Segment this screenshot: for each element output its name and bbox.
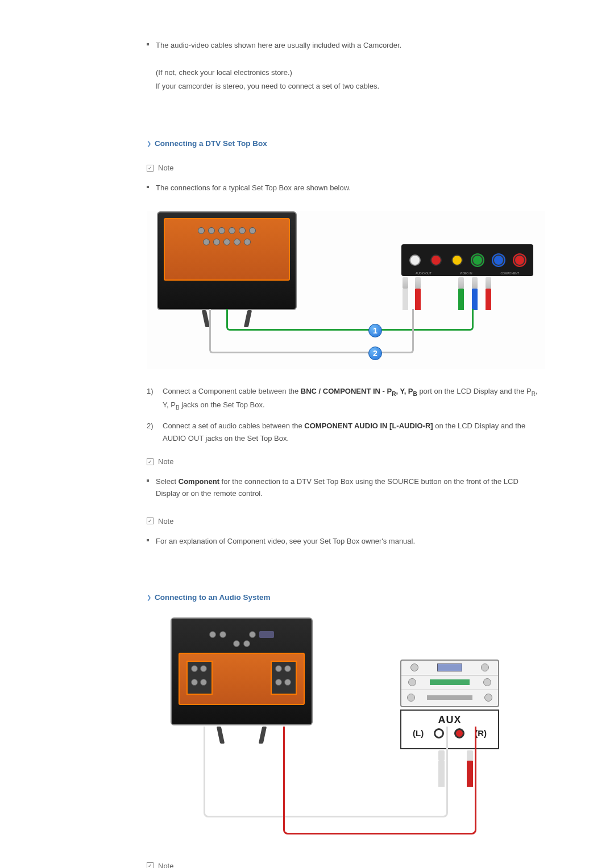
section1-bullet-3: For an explanation of Component video, s… (147, 536, 545, 548)
note-label-2: Note (158, 457, 173, 466)
cable-path-red (283, 727, 476, 834)
cable-green (458, 277, 464, 310)
bullet-icon (147, 479, 149, 482)
settop-back-panel: AUDIO OUT VIDEO IN COMPONENT (401, 244, 533, 276)
section1-bullet-1: The connections for a typical Set Top Bo… (147, 182, 545, 194)
port-row-2 (203, 239, 251, 245)
diagram-badge-2: 2 (368, 347, 382, 360)
step-2-text: Connect a set of audio cables between th… (163, 420, 545, 445)
b2-bold: Component (179, 477, 219, 486)
jack-audio-r (430, 254, 442, 266)
step2-bold: COMPONENT AUDIO IN [L-AUDIO-R] (304, 422, 433, 430)
section-title-audio: Connecting to an Audio System (155, 593, 271, 602)
intro-line-1: (If not, check your local electronics st… (156, 66, 545, 80)
check-icon: ✓ (147, 862, 154, 868)
section1-bullet-2-text: Select Component for the connection to a… (156, 476, 545, 500)
diagram-audio: AUX (L) (R) (147, 617, 545, 845)
step-1: 1) Connect a Component cable between the… (147, 385, 545, 412)
cable-red (415, 277, 421, 310)
step2-pre: Connect a set of audio cables between th… (163, 422, 304, 430)
step1-sub-b: B (413, 391, 417, 397)
step1-post: port on the LCD Display and the P (417, 387, 532, 395)
panel-labels: AUDIO OUT VIDEO IN COMPONENT (401, 272, 533, 275)
diagram-dtv: AUDIO OUT VIDEO IN COMPONENT 1 2 (147, 211, 545, 369)
intro-bullet-item: The audio-video cables shown here are us… (147, 40, 545, 52)
note-label-1: Note (158, 164, 173, 172)
note-row-1: ✓ Note (147, 164, 545, 172)
jack-video (451, 254, 463, 266)
section-title-dtv: Connecting a DTV Set Top Box (155, 139, 267, 148)
tv-port-panel (164, 218, 290, 281)
label-component: COMPONENT (501, 272, 520, 275)
step1-sub-r2: R (532, 391, 536, 397)
cable-white (403, 277, 408, 310)
step-1-text: Connect a Component cable between the BN… (163, 385, 545, 412)
label-video-in: VIDEO IN (460, 272, 472, 275)
step-2-num: 2) (147, 420, 163, 445)
step1-mid: , Y, P (396, 387, 413, 395)
intro-line-2: If your camcorder is stereo, you need to… (156, 80, 545, 94)
b2-pre: Select (156, 477, 179, 486)
cable-red-2 (486, 277, 491, 310)
note-label-3: Note (158, 517, 173, 525)
cable-path-2 (209, 309, 414, 353)
diagram-badge-1: 1 (368, 324, 382, 337)
step1-end: jacks on the Set Top Box. (180, 400, 265, 409)
step1-pre: Connect a Component cable between the (163, 387, 301, 395)
tv-back-illustration (157, 211, 297, 310)
stereo-system-illustration (400, 660, 499, 707)
tv-back-illustration-2 (171, 617, 313, 725)
step1-sub-b2: B (176, 404, 180, 410)
aux-label: AUX (401, 714, 498, 726)
check-icon: ✓ (147, 518, 154, 524)
tv-port-panel-2 (179, 653, 305, 705)
jack-component-y (472, 254, 483, 266)
bullet-icon (147, 539, 149, 541)
chevron-icon: ❯ (147, 140, 151, 147)
note-label-4: Note (158, 862, 173, 868)
note-row-3: ✓ Note (147, 517, 545, 525)
intro-indent-block: (If not, check your local electronics st… (156, 66, 545, 94)
jack-component-pb (493, 254, 504, 266)
cable-blue (472, 277, 478, 310)
step-2: 2) Connect a set of audio cables between… (147, 420, 545, 445)
section1-bullet-2: Select Component for the connection to a… (147, 476, 545, 500)
jack-audio-l (409, 254, 421, 266)
intro-bullet-text: The audio-video cables shown here are us… (156, 40, 401, 52)
step1-bold: BNC / COMPONENT IN - P (301, 387, 392, 395)
check-icon: ✓ (147, 165, 154, 172)
section1-bullet-1-text: The connections for a typical Set Top Bo… (156, 182, 351, 194)
section-header-dtv: ❯ Connecting a DTV Set Top Box (147, 139, 545, 148)
label-audio-out: AUDIO OUT (416, 272, 432, 275)
jack-component-pr (514, 254, 525, 266)
note-row-2: ✓ Note (147, 457, 545, 466)
bullet-icon (147, 186, 149, 188)
check-icon: ✓ (147, 458, 154, 465)
section-header-audio: ❯ Connecting to an Audio System (147, 593, 545, 602)
section1-bullet-3-text: For an explanation of Component video, s… (156, 536, 415, 548)
bullet-icon (147, 43, 149, 45)
aux-r-label: (R) (475, 728, 487, 738)
step-1-num: 1) (147, 385, 163, 412)
port-row-1 (198, 227, 256, 234)
chevron-icon: ❯ (147, 594, 151, 600)
note-row-4: ✓ Note (147, 862, 545, 868)
